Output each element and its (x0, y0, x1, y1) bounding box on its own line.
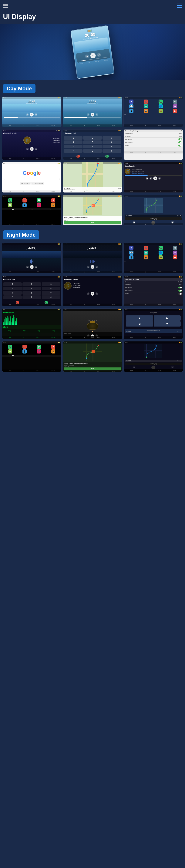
music-icon[interactable]: 🎵 (144, 99, 148, 104)
cp-phone[interactable]: 📞 (8, 198, 12, 203)
night-controls-1[interactable]: ⏮ ⏸ ⏭ (2, 265, 61, 269)
night-key-1[interactable]: 1 (3, 282, 22, 286)
menu-lines-icon[interactable] (177, 3, 182, 8)
google-search-bar[interactable] (4, 178, 60, 180)
nav-arrow-up[interactable]: ▲ (126, 315, 153, 321)
telegram-icon[interactable]: ✈ (129, 99, 133, 104)
cp-music[interactable]: 🎵 (23, 198, 27, 203)
key-4[interactable]: 4 (64, 141, 82, 144)
phone-icon[interactable]: 📞 (159, 99, 163, 104)
settings-auto-answer[interactable]: Auto answer (124, 137, 183, 141)
play-1[interactable]: ⏸ (30, 113, 34, 117)
cp-app3[interactable]: 📻 (51, 203, 55, 207)
key-6[interactable]: 6 (103, 141, 121, 144)
play-pause-btn[interactable]: ⏸ (90, 53, 96, 59)
settings-auto-connect[interactable]: Auto connect (124, 141, 183, 144)
key-9[interactable]: 9 (103, 145, 121, 148)
key-0[interactable]: 0 (83, 149, 102, 153)
night-icon-7[interactable]: 🔵 (159, 251, 163, 255)
key-1[interactable]: 1 (64, 136, 82, 140)
night-cp-music[interactable]: 🎵 (23, 345, 27, 349)
auto-answer-toggle[interactable] (178, 138, 182, 140)
night-cp-app3[interactable]: 📻 (51, 349, 55, 353)
hamburger-icon[interactable] (3, 2, 10, 9)
night-cp-app2[interactable]: 🎵 (37, 349, 41, 353)
night-cp-app1[interactable]: 📱 (23, 349, 27, 353)
night-icon-11[interactable]: 📻 (159, 255, 163, 259)
night-icon-3[interactable]: 📞 (159, 246, 163, 250)
go-button[interactable]: GO (63, 221, 122, 224)
key-star[interactable]: * (64, 149, 82, 153)
night-key-7[interactable]: 7 (3, 291, 22, 295)
key-3[interactable]: 3 (103, 136, 121, 140)
maps-icon[interactable]: 🗺 (173, 104, 177, 108)
key-8[interactable]: 8 (83, 145, 102, 148)
night-key-9[interactable]: 9 (42, 291, 60, 295)
social-controls[interactable]: ⏮ ⏹ ▶ ⏭ (124, 177, 183, 180)
key-2[interactable]: 2 (83, 136, 102, 140)
night-power-toggle[interactable] (178, 293, 182, 295)
wechat-icon[interactable]: 💬 (129, 104, 133, 108)
next-2[interactable]: ⏭ (96, 113, 98, 116)
nav-arrow-down[interactable]: ▼ (154, 321, 181, 327)
next-1[interactable]: ⏭ (35, 113, 37, 116)
night-cp-phone[interactable]: 📞 (8, 345, 12, 349)
night-icon-2[interactable]: 🎵 (144, 246, 148, 250)
cp-app1[interactable]: 📱 (23, 203, 27, 207)
night-key-star[interactable]: * (3, 296, 22, 299)
auto-connect-toggle[interactable] (178, 142, 182, 143)
bt-music-controls[interactable]: ⏮ ▶ ⏭ (2, 147, 61, 151)
night-cp-maps[interactable]: 🗺 (8, 349, 12, 353)
key-5[interactable]: 5 (83, 141, 102, 144)
night-key-6[interactable]: 6 (42, 287, 60, 290)
night-key-5[interactable]: 5 (23, 287, 41, 290)
nav-arrow-right[interactable]: ▶ (154, 315, 181, 321)
night-key-8[interactable]: 8 (23, 291, 41, 295)
night-icon-5[interactable]: 💬 (129, 251, 133, 255)
night-icon-8[interactable]: 🗺 (173, 251, 177, 255)
camera-icon[interactable]: 📷 (144, 109, 148, 113)
next-btn[interactable]: ⏭ (97, 53, 101, 57)
night-key-3[interactable]: 3 (42, 282, 60, 286)
bt-icon[interactable]: 🔵 (159, 104, 163, 108)
call-numpad[interactable]: 1 2 3 4 5 6 7 8 9 * 0 # (63, 135, 122, 154)
night-key-hash[interactable]: # (42, 296, 60, 299)
cp-maps[interactable]: 🗺 (8, 203, 12, 207)
night-key-0[interactable]: 0 (23, 296, 41, 299)
settings-power[interactable]: Power (124, 144, 183, 147)
night-cp-podcast[interactable]: 🎙 (51, 345, 55, 349)
night-controls-2[interactable]: ⏮ ⏸ ⏭ (63, 265, 122, 269)
night-icon-1[interactable]: ✈ (129, 246, 133, 250)
night-icon-12[interactable]: ▶ (173, 255, 177, 259)
settings-icon[interactable]: ⚙ (173, 99, 177, 104)
cp-app2[interactable]: 🎵 (37, 203, 41, 207)
night-cp-messages[interactable]: 💬 (37, 345, 41, 349)
key-hash[interactable]: # (103, 149, 121, 153)
nav-arrows-grid[interactable]: ▲ ▶ ◀ ▼ (125, 314, 182, 328)
media-icon[interactable]: 📱 (129, 109, 133, 113)
night-go-button[interactable]: GO (63, 367, 122, 370)
night-key-2[interactable]: 2 (23, 282, 41, 286)
prev-btn[interactable]: ⏮ (85, 54, 89, 59)
youtube-icon[interactable]: ▶ (173, 109, 177, 113)
music-controls-1[interactable]: ⏮ ⏸ ⏭ (2, 113, 61, 117)
music-controls-2[interactable]: ⏮ ⏸ ⏭ (63, 113, 122, 117)
night-icon-6[interactable]: 🥽 (144, 251, 148, 255)
nav-arrow-left[interactable]: ◀ (126, 321, 153, 327)
radio-icon[interactable]: 📻 (159, 109, 163, 113)
cp-podcast[interactable]: 🎙 (51, 198, 55, 203)
night-icon-10[interactable]: 📷 (144, 255, 148, 259)
night-icon-9[interactable]: 📱 (129, 255, 133, 259)
vr-icon[interactable]: 🥽 (144, 104, 148, 108)
prev-2[interactable]: ⏮ (87, 113, 89, 116)
key-7[interactable]: 7 (64, 145, 82, 148)
night-key-4[interactable]: 4 (3, 287, 22, 290)
play-2[interactable]: ⏸ (90, 113, 95, 117)
cp-messages[interactable]: 💬 (37, 198, 41, 203)
night-auto-answer-toggle[interactable] (178, 286, 182, 288)
night-bt-controls[interactable]: ⏮ ▶ ⏭ (63, 292, 122, 296)
night-icon-4[interactable]: ⚙ (173, 246, 177, 250)
prev-1[interactable]: ⏮ (26, 113, 29, 116)
power-toggle[interactable] (178, 145, 182, 147)
night-call-numpad[interactable]: 1 2 3 4 5 6 7 8 9 * 0 # (2, 281, 61, 300)
